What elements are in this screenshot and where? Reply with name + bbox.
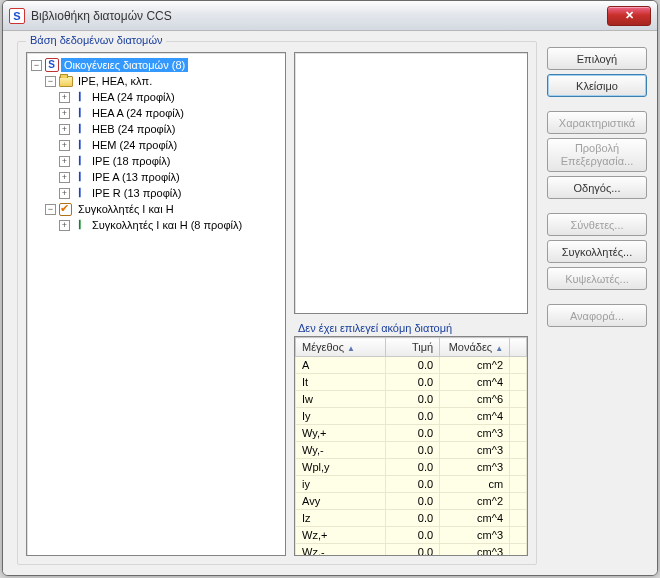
expander-icon[interactable]: −: [45, 76, 56, 87]
prop-value: 0.0: [385, 510, 440, 527]
table-row[interactable]: Iy0.0cm^4: [296, 408, 527, 425]
table-row[interactable]: Wy,+0.0cm^3: [296, 425, 527, 442]
table-row[interactable]: Avy0.0cm^2: [296, 493, 527, 510]
prop-value: 0.0: [385, 544, 440, 557]
prop-units: cm: [440, 476, 510, 493]
window-title: Βιβλιοθήκη διατομών CCS: [31, 9, 607, 23]
col-header-name[interactable]: Μέγεθος▲: [296, 338, 386, 357]
prop-value: 0.0: [385, 408, 440, 425]
prop-name: Iz: [296, 510, 386, 527]
window-close-button[interactable]: ✕: [607, 6, 651, 26]
expander-icon[interactable]: +: [59, 172, 70, 183]
expander-icon[interactable]: +: [59, 220, 70, 231]
expander-icon[interactable]: +: [59, 140, 70, 151]
expander-icon[interactable]: −: [31, 60, 42, 71]
tree-leaf-welded[interactable]: Συγκολλητές I και H (8 προφίλ): [89, 218, 245, 232]
expander-icon[interactable]: +: [59, 188, 70, 199]
tree-leaf[interactable]: HEM (24 προφίλ): [89, 138, 180, 152]
tree-leaf[interactable]: IPE A (13 προφίλ): [89, 170, 183, 184]
database-groupbox: Βάση δεδομένων διατομών − S Οικογένειες …: [17, 41, 537, 565]
prop-value: 0.0: [385, 391, 440, 408]
prop-units: cm^4: [440, 510, 510, 527]
prop-name: iy: [296, 476, 386, 493]
close-button[interactable]: Κλείσιμο: [547, 74, 647, 97]
prop-name: A: [296, 357, 386, 374]
root-icon: S: [44, 58, 59, 72]
prop-name: Wy,+: [296, 425, 386, 442]
table-row[interactable]: Wpl,y0.0cm^3: [296, 459, 527, 476]
table-row[interactable]: Wz,-0.0cm^3: [296, 544, 527, 557]
prop-value: 0.0: [385, 442, 440, 459]
tree-leaf[interactable]: HEA A (24 προφίλ): [89, 106, 187, 120]
table-row[interactable]: Wy,-0.0cm^3: [296, 442, 527, 459]
ibeam-icon: Ⅰ: [72, 106, 87, 120]
tree-group-welded[interactable]: Συγκολλητές I και H: [75, 202, 177, 216]
ibeam-icon: Ⅰ: [72, 154, 87, 168]
prop-name: Avy: [296, 493, 386, 510]
prop-units: cm^3: [440, 544, 510, 557]
composite-button[interactable]: Σύνθετες...: [547, 213, 647, 236]
prop-units: cm^4: [440, 374, 510, 391]
section-tree[interactable]: − S Οικογένειες διατομών (8) −: [26, 52, 286, 556]
tree-leaf[interactable]: HEB (24 προφίλ): [89, 122, 178, 136]
preview-edit-button[interactable]: Προβολή Επεξεργασία...: [547, 138, 647, 172]
table-row[interactable]: Iz0.0cm^4: [296, 510, 527, 527]
button-column: Επιλογή Κλείσιμο Χαρακτηριστικά Προβολή …: [547, 41, 647, 565]
dialog-body: Βάση δεδομένων διατομών − S Οικογένειες …: [3, 31, 657, 575]
table-row[interactable]: Iw0.0cm^6: [296, 391, 527, 408]
prop-value: 0.0: [385, 357, 440, 374]
tree-group-ipe[interactable]: IPE, HEA, κλπ.: [75, 74, 155, 88]
folder-icon: [58, 74, 73, 88]
prop-value: 0.0: [385, 425, 440, 442]
prop-units: cm^2: [440, 493, 510, 510]
prop-name: Wy,-: [296, 442, 386, 459]
col-header-units[interactable]: Μονάδες▲: [440, 338, 510, 357]
expander-icon[interactable]: −: [45, 204, 56, 215]
ibeam-icon: Ⅰ: [72, 122, 87, 136]
dialog-window: S Βιβλιοθήκη διατομών CCS ✕ Βάση δεδομέν…: [2, 0, 658, 576]
ibeam-icon: Ⅰ: [72, 138, 87, 152]
prop-units: cm^2: [440, 357, 510, 374]
prop-value: 0.0: [385, 493, 440, 510]
properties-grid[interactable]: Μέγεθος▲ Τιμή Μονάδες▲ A0.0cm^2It0.0cm^4…: [294, 336, 528, 556]
prop-units: cm^3: [440, 425, 510, 442]
sort-indicator-icon: ▲: [495, 344, 503, 353]
select-button[interactable]: Επιλογή: [547, 47, 647, 70]
prop-units: cm^3: [440, 442, 510, 459]
ibeam-icon: Ⅰ: [72, 218, 87, 232]
welded-button[interactable]: Συγκολλητές...: [547, 240, 647, 263]
main-column: Βάση δεδομένων διατομών − S Οικογένειες …: [17, 41, 537, 565]
tree-leaf[interactable]: HEA (24 προφίλ): [89, 90, 178, 104]
col-header-value[interactable]: Τιμή: [385, 338, 440, 357]
sort-indicator-icon: ▲: [347, 344, 355, 353]
tree-root[interactable]: Οικογένειες διατομών (8): [61, 58, 188, 72]
table-row[interactable]: It0.0cm^4: [296, 374, 527, 391]
expander-icon[interactable]: +: [59, 92, 70, 103]
prop-value: 0.0: [385, 476, 440, 493]
properties-button[interactable]: Χαρακτηριστικά: [547, 111, 647, 134]
ibeam-icon: Ⅰ: [72, 186, 87, 200]
prop-name: Wz,+: [296, 527, 386, 544]
groupbox-title: Βάση δεδομένων διατομών: [26, 34, 166, 46]
prop-units: cm^3: [440, 527, 510, 544]
expander-icon[interactable]: +: [59, 124, 70, 135]
table-row[interactable]: A0.0cm^2: [296, 357, 527, 374]
prop-units: cm^4: [440, 408, 510, 425]
tree-leaf[interactable]: IPE (18 προφίλ): [89, 154, 173, 168]
close-icon: ✕: [625, 9, 634, 22]
app-icon: S: [9, 8, 25, 24]
expander-icon[interactable]: +: [59, 108, 70, 119]
wizard-button[interactable]: Οδηγός...: [547, 176, 647, 199]
table-row[interactable]: iy0.0cm: [296, 476, 527, 493]
col-header-scroll: [510, 338, 527, 357]
prop-name: Iw: [296, 391, 386, 408]
prop-name: It: [296, 374, 386, 391]
table-row[interactable]: Wz,+0.0cm^3: [296, 527, 527, 544]
expander-icon[interactable]: +: [59, 156, 70, 167]
prop-value: 0.0: [385, 459, 440, 476]
cellular-button[interactable]: Κυψελωτές...: [547, 267, 647, 290]
tree-leaf[interactable]: IPE R (13 προφίλ): [89, 186, 184, 200]
prop-value: 0.0: [385, 527, 440, 544]
section-preview: [294, 52, 528, 314]
report-button[interactable]: Αναφορά...: [547, 304, 647, 327]
